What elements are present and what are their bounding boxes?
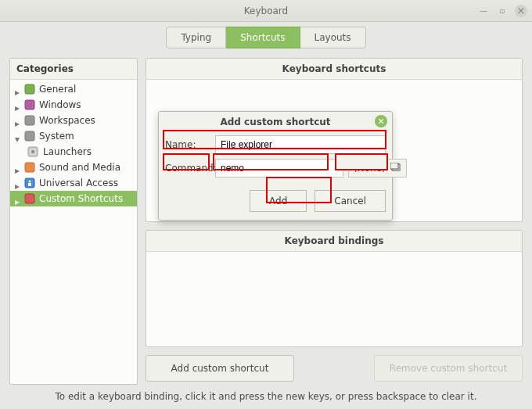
categories-header: Categories (10, 59, 137, 80)
dialog-title: Add custom shortcut ✕ (159, 112, 392, 132)
dialog-name-label: Name: (165, 139, 210, 150)
add-button[interactable]: Add (250, 190, 307, 212)
folder-icon (390, 163, 401, 174)
add-custom-shortcut-button[interactable]: Add custom shortcut (146, 355, 294, 382)
command-picker-button[interactable]: (None) (348, 159, 407, 178)
dialog-command-label: Command: (165, 163, 210, 174)
svg-rect-6 (25, 163, 34, 172)
button-row: Add custom shortcut Remove custom shortc… (146, 355, 523, 382)
custom-icon (24, 193, 35, 204)
sidebar-item-label: Workspaces (39, 115, 95, 126)
dialog-command-row: Command: (None) (165, 159, 386, 178)
launchers-icon (27, 146, 38, 157)
dialog-body: Name: Command: (None) (159, 132, 392, 190)
category-icon (24, 115, 35, 126)
command-input[interactable] (215, 159, 343, 178)
universal-icon (24, 178, 35, 188)
sidebar-item-label: Launchers (43, 146, 92, 157)
svg-rect-0 (25, 84, 34, 94)
dialog-close-icon[interactable]: ✕ (375, 115, 387, 127)
spacer (302, 355, 366, 382)
chevron-right-icon: ▸ (15, 196, 20, 202)
categories-panel: Categories ▸ General ▸ Windows ▸ (9, 58, 138, 385)
chevron-right-icon: ▸ (15, 118, 20, 124)
dialog-name-row: Name: (165, 135, 386, 154)
sidebar-item-windows[interactable]: ▸ Windows (10, 97, 137, 113)
cancel-button[interactable]: Cancel (315, 190, 386, 212)
tabstrip: Typing Shortcuts Layouts (0, 22, 532, 55)
sidebar-item-label: Universal Access (39, 178, 118, 188)
category-icon (24, 84, 35, 95)
titlebar: Keyboard — ▫ ✕ (0, 0, 532, 22)
close-icon[interactable]: ✕ (515, 5, 527, 17)
svg-point-8 (29, 181, 31, 183)
sidebar-item-label: Sound and Media (39, 162, 120, 173)
sidebar-item-launchers[interactable]: Launchers (10, 144, 137, 160)
chevron-right-icon: ▸ (15, 181, 20, 186)
sidebar-item-general[interactable]: ▸ General (10, 81, 137, 97)
main-column: Keyboard shortcuts Keyboard bindings Add… (146, 58, 523, 385)
chevron-down-icon: ▾ (15, 134, 20, 139)
dialog-title-text: Add custom shortcut (220, 117, 330, 127)
tab-layouts[interactable]: Layouts (300, 27, 366, 48)
sidebar-item-label: Custom Shortcuts (39, 193, 123, 204)
tab-typing[interactable]: Typing (166, 27, 226, 48)
sidebar-item-custom[interactable]: ▸ Custom Shortcuts (10, 191, 137, 206)
remove-custom-shortcut-button[interactable]: Remove custom shortcut (374, 355, 523, 382)
categories-tree: ▸ General ▸ Windows ▸ Workspaces (10, 80, 137, 208)
bindings-header: Keyboard bindings (146, 231, 522, 252)
sidebar-item-label: System (39, 131, 74, 142)
category-icon (24, 99, 35, 110)
tab-shortcuts[interactable]: Shortcuts (226, 27, 300, 48)
svg-rect-1 (25, 100, 34, 109)
svg-rect-9 (25, 194, 34, 203)
sound-icon (24, 162, 35, 173)
sidebar-item-label: General (39, 84, 76, 95)
svg-rect-11 (390, 163, 398, 169)
sidebar-item-system[interactable]: ▾ System (10, 128, 137, 144)
picker-label: (None) (354, 163, 386, 174)
window-controls: — ▫ ✕ (477, 5, 527, 17)
svg-point-5 (31, 150, 34, 153)
hint-text: To edit a keyboard binding, click it and… (0, 385, 532, 402)
maximize-icon[interactable]: ▫ (496, 5, 509, 17)
bindings-list[interactable]: Keyboard bindings (146, 230, 523, 347)
shortcuts-header: Keyboard shortcuts (146, 59, 522, 80)
window-title: Keyboard (244, 5, 288, 16)
name-input[interactable] (215, 135, 386, 154)
add-custom-shortcut-dialog: Add custom shortcut ✕ Name: Command: (No… (158, 111, 393, 221)
sidebar-item-universal[interactable]: ▸ Universal Access (10, 175, 137, 191)
sidebar-item-label: Windows (39, 99, 81, 110)
minimize-icon[interactable]: — (477, 5, 490, 17)
dialog-buttons: Add Cancel (159, 190, 392, 220)
chevron-right-icon: ▸ (15, 102, 20, 108)
svg-rect-3 (25, 131, 34, 141)
svg-rect-2 (25, 116, 34, 125)
sidebar-item-workspaces[interactable]: ▸ Workspaces (10, 113, 137, 128)
sidebar-item-sound[interactable]: ▸ Sound and Media (10, 160, 137, 175)
category-icon (24, 131, 35, 142)
chevron-right-icon: ▸ (15, 87, 20, 92)
chevron-right-icon: ▸ (15, 165, 20, 170)
